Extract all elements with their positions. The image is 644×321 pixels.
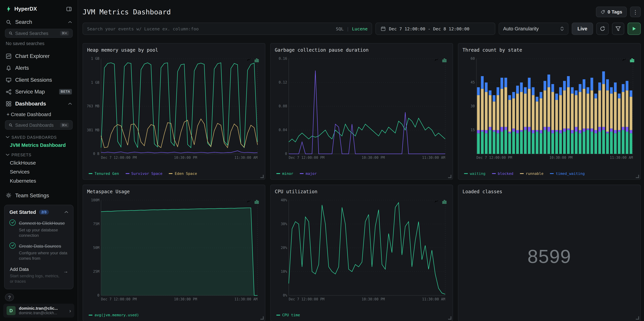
legend-item[interactable]: runnable <box>520 171 543 176</box>
legend-item[interactable]: major <box>300 171 317 176</box>
chevron-up-icon[interactable] <box>68 102 72 105</box>
legend-item[interactable]: Survivor Space <box>126 171 162 176</box>
user-menu[interactable]: D dominic.tran@clic... dominic.tran@clic… <box>3 304 74 318</box>
chart-card-thread-count[interactable]: Thread count by state 60453015Dec 7 12:0… <box>458 43 641 180</box>
chart-card-heap-memory[interactable]: Heap memory usage by pool 1 GB1 GB763 MB… <box>82 43 266 180</box>
kebab-menu-button[interactable]: ⋮ <box>630 6 640 17</box>
chevron-up-icon[interactable] <box>64 211 68 213</box>
chart-plot[interactable]: 1 GB1 GB763 MB381 MB0 BDec 7 12:00:00 PM… <box>87 56 261 160</box>
bar-chart-icon[interactable] <box>442 198 447 206</box>
resize-handle[interactable] <box>448 175 451 178</box>
chart-card-metaspace[interactable]: Metaspace Usage 100M75M50M25M0Dec 7 12:0… <box>82 185 266 321</box>
chart-plot[interactable]: 40%30%20%10%0%Dec 7 12:00:00 PM10:30:00 … <box>275 198 448 301</box>
line-chart-icon[interactable] <box>434 198 439 206</box>
chart-plot[interactable]: 0.160.120.080.040Dec 7 12:00:00 PM10:30:… <box>275 56 448 160</box>
filter-edit-button[interactable] <box>612 23 624 35</box>
tags-button[interactable]: 0 Tags <box>596 6 627 17</box>
search-icon <box>6 19 12 25</box>
bar-chart-icon[interactable] <box>254 56 259 64</box>
saved-dashboards-section-header[interactable]: SAVED DASHBOARDS <box>0 132 78 141</box>
legend-item[interactable]: waiting <box>464 171 485 176</box>
sidebar-item-kubernetes[interactable]: Kubernetes <box>0 176 78 185</box>
sidebar-item-jvm-dashboard[interactable]: JVM Metrics Dashboard <box>0 141 78 150</box>
sidebar-item-search[interactable]: Search <box>0 16 78 28</box>
get-started-step-connect[interactable]: Connect to ClickHouse Set up your databa… <box>10 219 68 238</box>
sidebar-item-client-sessions[interactable]: Client Sessions <box>0 74 78 86</box>
resize-handle[interactable] <box>260 175 264 178</box>
line-chart-icon[interactable] <box>246 198 252 206</box>
svg-text:11:30:00 AM: 11:30:00 AM <box>234 156 258 160</box>
sidebar-item-chart-explorer[interactable]: Chart Explorer <box>0 50 78 62</box>
legend-item[interactable]: CPU time <box>276 313 300 317</box>
line-chart-icon[interactable] <box>246 56 252 64</box>
sidebar-item-team-settings[interactable]: Team Settings <box>0 189 78 201</box>
legend-item[interactable]: avg(jvm.memory.used) <box>89 313 139 317</box>
bar-chart-icon[interactable] <box>254 198 259 206</box>
get-started-step-sources[interactable]: Create Data Sources Configure where your… <box>10 242 68 261</box>
legend-swatch <box>126 173 129 174</box>
main-content: JVM Metrics Dashboard 0 Tags ⋮ Search yo… <box>78 0 644 321</box>
legend-label: blocked <box>498 171 513 176</box>
refresh-icon <box>600 26 605 31</box>
create-dashboard-button[interactable]: + Create Dashboard <box>0 110 78 119</box>
legend-item[interactable]: Tenured Gen <box>89 171 119 176</box>
time-range-picker[interactable]: Dec 7 12:00:00 - Dec 8 12:00:00 <box>376 23 495 35</box>
saved-searches-input[interactable]: Saved Searches ⌘K <box>5 29 73 38</box>
chart-legend: waitingblockedrunnabletimed_waiting <box>462 170 636 177</box>
lucene-mode-toggle[interactable]: Lucene <box>352 26 368 31</box>
collapse-sidebar-icon[interactable] <box>66 6 72 12</box>
bar-chart-icon[interactable] <box>442 56 447 64</box>
sidebar-item-clickhouse[interactable]: ClickHouse <box>0 158 78 167</box>
svg-text:60: 60 <box>470 56 475 61</box>
line-chart-icon[interactable] <box>434 56 439 64</box>
avatar: D <box>6 306 16 315</box>
help-button[interactable]: ? <box>5 293 14 302</box>
chart-card-cpu[interactable]: CPU utilization 40%30%20%10%0%Dec 7 12:0… <box>270 185 453 321</box>
legend-item[interactable]: minor <box>276 171 293 176</box>
sql-mode-toggle[interactable]: SQL <box>336 26 344 31</box>
bar-chart-icon[interactable] <box>630 56 634 64</box>
legend-item[interactable]: timed_waiting <box>550 171 585 176</box>
sidebar-item-dashboards[interactable]: Dashboards <box>0 98 78 110</box>
legend-label: Tenured Gen <box>94 171 119 176</box>
step-desc: Configure where your data comes from <box>19 250 68 261</box>
step-title: Connect to ClickHouse <box>19 221 65 226</box>
brand[interactable]: HyperDX <box>0 4 78 16</box>
resize-handle[interactable] <box>260 316 264 320</box>
legend-label: CPU time <box>282 313 300 317</box>
chart-card-gc-pause[interactable]: Garbage collection pause duration 0.160.… <box>270 43 453 180</box>
svg-text:40%: 40% <box>281 198 287 202</box>
chart-plot[interactable]: 60453015Dec 7 12:00:00 PM10:30:00 PM11:3… <box>462 56 636 160</box>
app-window: HyperDX Search Saved Searches ⌘K No save… <box>0 0 644 321</box>
sidebar-item-service-map[interactable]: Service Map BETA <box>0 86 78 98</box>
legend-swatch <box>276 315 280 316</box>
svg-text:Dec 7 12:00:00 PM: Dec 7 12:00:00 PM <box>289 297 324 301</box>
chart-card-loaded-classes[interactable]: Loaded classes 8599 <box>458 185 641 321</box>
granularity-value: Auto Granularity <box>503 26 560 31</box>
chart-plot[interactable]: 100M75M50M25M0Dec 7 12:00:00 PM10:30:00 … <box>87 198 261 301</box>
time-range-value: Dec 7 12:00:00 - Dec 8 12:00:00 <box>389 26 469 31</box>
chevron-right-icon: › <box>69 308 71 314</box>
get-started-step-add-data[interactable]: Add Data Start sending logs, metrics, or… <box>10 265 68 284</box>
play-button[interactable] <box>628 23 641 35</box>
sidebar-item-label: Service Map <box>15 89 56 95</box>
legend-item[interactable]: blocked <box>492 171 513 176</box>
chevron-up-icon[interactable] <box>68 21 72 23</box>
refresh-button[interactable] <box>596 23 609 35</box>
live-button[interactable]: Live <box>572 23 593 35</box>
event-search-input[interactable]: Search your events w/ Lucene ex. column:… <box>82 23 372 35</box>
resize-handle[interactable] <box>448 316 451 320</box>
legend-label: minor <box>282 171 293 176</box>
line-chart-icon[interactable] <box>622 56 627 64</box>
legend-swatch <box>276 173 280 174</box>
legend-item[interactable]: Eden Space <box>169 171 197 176</box>
presets-section-header[interactable]: PRESETS <box>0 150 78 158</box>
chevron-down-icon <box>6 136 10 138</box>
granularity-select[interactable]: Auto Granularity <box>498 23 568 35</box>
saved-dashboards-input[interactable]: Saved Dashboards ⌘K <box>5 120 73 129</box>
sidebar-item-services[interactable]: Services <box>0 167 78 176</box>
resize-handle[interactable] <box>636 175 639 178</box>
resize-handle[interactable] <box>636 316 639 320</box>
sidebar-item-alerts[interactable]: Alerts <box>0 62 78 74</box>
sidebar-item-label: Team Settings <box>15 192 72 199</box>
